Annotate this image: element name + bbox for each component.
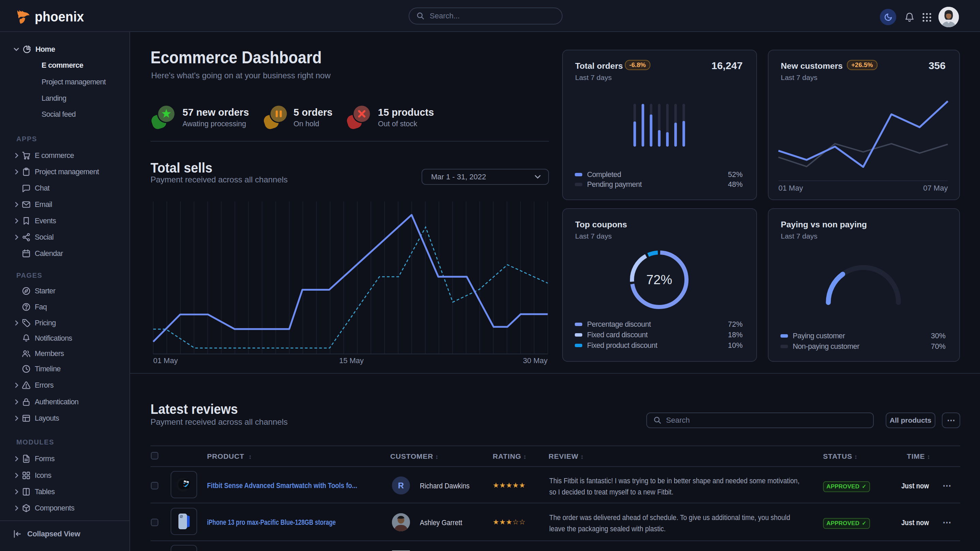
svg-text:01 May: 01 May xyxy=(778,184,803,192)
svg-text:30 May: 30 May xyxy=(523,356,547,365)
svg-text:07 May: 07 May xyxy=(923,184,948,192)
svg-text:01 May: 01 May xyxy=(153,356,178,365)
svg-text:72%: 72% xyxy=(646,273,672,287)
svg-text:15 May: 15 May xyxy=(339,356,364,365)
